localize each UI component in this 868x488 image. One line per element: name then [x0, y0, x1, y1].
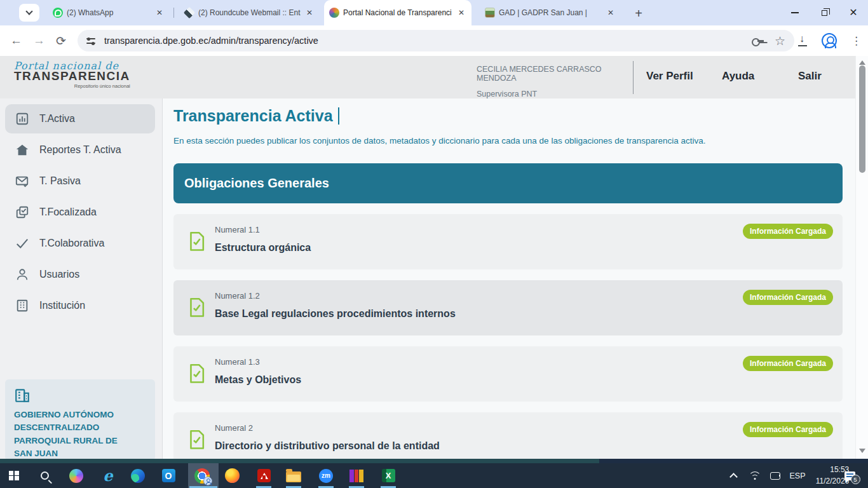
minimize-button[interactable] — [780, 0, 810, 25]
forward-icon[interactable]: → — [33, 34, 45, 48]
scroll-down-icon[interactable] — [859, 449, 865, 453]
nav-ayuda[interactable]: Ayuda — [722, 70, 754, 83]
scrollbar-thumb[interactable] — [859, 65, 865, 173]
obligation-numeral: Numeral 1.3 — [215, 357, 260, 367]
tab-whatsapp[interactable]: (2) WhatsApp ✕ — [48, 0, 170, 25]
site-settings-icon[interactable] — [86, 37, 97, 44]
menu-dots-icon[interactable]: ⋮ — [851, 34, 862, 48]
sidebar-item-t-activa[interactable]: T.Activa — [5, 104, 155, 133]
tab-close-icon[interactable]: ✕ — [606, 8, 616, 18]
sidebar-item-institucion[interactable]: Institución — [5, 291, 155, 320]
device-icon — [770, 472, 780, 480]
section-header-label: Obligaciones Generales — [184, 176, 329, 191]
scroll-up-icon[interactable] — [859, 60, 865, 65]
tray-device-button[interactable] — [768, 463, 783, 488]
institution-card[interactable]: GOBIERNO AUTÓNOMO DESCENTRALIZADO PARROQ… — [5, 379, 155, 461]
roundcube-favicon — [184, 7, 195, 18]
sidebar-item-t-focalizada[interactable]: T.Focalizada — [5, 198, 155, 227]
chevron-up-icon — [729, 473, 738, 481]
sidebar: T.Activa Reportes T. Activa T. Pasiva T.… — [0, 98, 163, 463]
whatsapp-favicon — [53, 8, 63, 18]
tab-title: (2) WhatsApp — [67, 8, 151, 17]
obligation-row[interactable]: Numeral 1.1 Estructura orgánica Informac… — [173, 214, 843, 269]
obligation-row[interactable]: Numeral 1.2 Base Legal regulaciones proc… — [173, 280, 843, 336]
obligation-row[interactable]: Numeral 1.3 Metas y Objetivos Informació… — [173, 346, 843, 402]
user-name: CECILIA MERCEDES CARRASCO MENDOZA — [477, 65, 631, 83]
user-icon — [15, 268, 29, 281]
page-description: En esta sección puedes publicar los conj… — [173, 136, 855, 146]
close-button[interactable]: ✕ — [839, 0, 868, 25]
taskbar-outlook-button[interactable]: O — [158, 465, 179, 486]
taskbar-copilot-button[interactable] — [65, 465, 87, 486]
sidebar-item-usuarios[interactable]: Usuarios — [5, 260, 155, 289]
taskbar-edge-button[interactable] — [127, 465, 149, 486]
restore-button[interactable] — [810, 0, 839, 25]
password-key-icon[interactable] — [752, 37, 764, 44]
tab-roundcube[interactable]: (2) Roundcube Webmail :: Entra ✕ — [179, 0, 320, 25]
acrobat-icon — [257, 469, 271, 482]
zoom-app-icon: zm — [319, 469, 333, 483]
nav-salir[interactable]: Salir — [798, 70, 822, 83]
tab-gad[interactable]: GAD | GADPR San Juan | ✕ — [480, 0, 621, 25]
taskbar-explorer-button[interactable] — [283, 465, 304, 486]
page-viewport: Portal nacional de TRANSPARENCIA Reposit… — [0, 56, 868, 463]
firefox-icon — [225, 468, 240, 483]
internet-explorer-icon: e — [103, 466, 112, 485]
outlook-icon: O — [162, 469, 175, 482]
tray-language[interactable]: ESP — [787, 463, 808, 488]
nav-ver-perfil[interactable]: Ver Perfil — [646, 70, 693, 83]
excel-icon: X — [382, 469, 395, 482]
sidebar-item-t-colaborativa[interactable]: T.Colaborativa — [5, 229, 155, 258]
notification-center-button[interactable]: 5 — [840, 463, 859, 488]
obligation-numeral: Numeral 1.2 — [215, 291, 260, 301]
new-tab-button[interactable]: + — [630, 5, 647, 22]
sidebar-item-label: T.Colaborativa — [39, 238, 104, 249]
sidebar-item-reportes[interactable]: Reportes T. Activa — [5, 135, 155, 165]
restore-icon — [822, 10, 827, 16]
url-text[interactable]: transparencia.dpe.gob.ec/admin/transpare… — [104, 36, 747, 46]
notification-count-badge: 5 — [851, 475, 860, 484]
taskbar-ie-button[interactable]: e — [97, 465, 119, 486]
taskbar-excel-button[interactable]: X — [377, 465, 399, 486]
institution-name: GOBIERNO AUTÓNOMO DESCENTRALIZADO PARROQ… — [14, 409, 128, 460]
sidebar-item-label: T.Focalizada — [39, 207, 97, 218]
back-icon[interactable]: ← — [10, 34, 22, 48]
reload-icon[interactable]: ⟳ — [56, 34, 66, 48]
institution-building-icon — [14, 387, 31, 403]
page-title: Transparencia Activa — [173, 107, 333, 125]
taskbar-search-button[interactable] — [34, 465, 55, 486]
downloads-icon[interactable] — [797, 36, 808, 46]
obligation-name: Directorio y distributivo personal de la… — [215, 440, 440, 452]
screen: (2) WhatsApp ✕ (2) Roundcube Webmail :: … — [0, 0, 868, 488]
page-footer-bar — [0, 459, 868, 463]
taskbar-zoom-button[interactable]: zm — [315, 465, 337, 486]
taskbar-chrome-button[interactable] — [191, 465, 213, 486]
tab-portal-active[interactable]: Portal Nacional de Transparenci ✕ — [324, 0, 471, 25]
tray-wifi-button[interactable] — [747, 463, 763, 488]
logo-sub-line: Repositorio único nacional — [14, 83, 130, 89]
status-badge: Información Cargada — [743, 224, 833, 239]
window-controls: ✕ — [780, 0, 868, 25]
taskbar-acrobat-button[interactable] — [253, 465, 275, 486]
sidebar-item-label: Usuarios — [39, 269, 79, 280]
building-icon — [15, 299, 29, 313]
tray-chevron-button[interactable] — [726, 463, 741, 488]
portal-favicon — [329, 8, 339, 18]
tab-close-icon[interactable]: ✕ — [154, 8, 165, 18]
address-bar[interactable]: transparencia.dpe.gob.ec/admin/transpare… — [78, 30, 794, 51]
taskbar-winrar-button[interactable] — [346, 465, 367, 486]
site-logo[interactable]: Portal nacional de TRANSPARENCIA Reposit… — [14, 60, 130, 89]
page-scrollbar[interactable] — [855, 56, 868, 459]
tab-close-icon[interactable]: ✕ — [304, 8, 315, 18]
profile-avatar-icon[interactable] — [822, 33, 837, 48]
start-button[interactable] — [3, 465, 25, 486]
copy-check-icon — [15, 205, 29, 219]
taskbar-firefox-button[interactable] — [221, 465, 243, 486]
tab-close-icon[interactable]: ✕ — [456, 8, 466, 18]
sidebar-item-t-pasiva[interactable]: T. Pasiva — [5, 166, 155, 196]
sidebar-item-label: Reportes T. Activa — [39, 144, 121, 156]
tab-search-button[interactable] — [19, 4, 39, 22]
bookmark-star-icon[interactable]: ☆ — [775, 35, 785, 47]
obligation-row[interactable]: Numeral 2 Directorio y distributivo pers… — [173, 412, 843, 463]
document-check-icon — [188, 430, 205, 450]
